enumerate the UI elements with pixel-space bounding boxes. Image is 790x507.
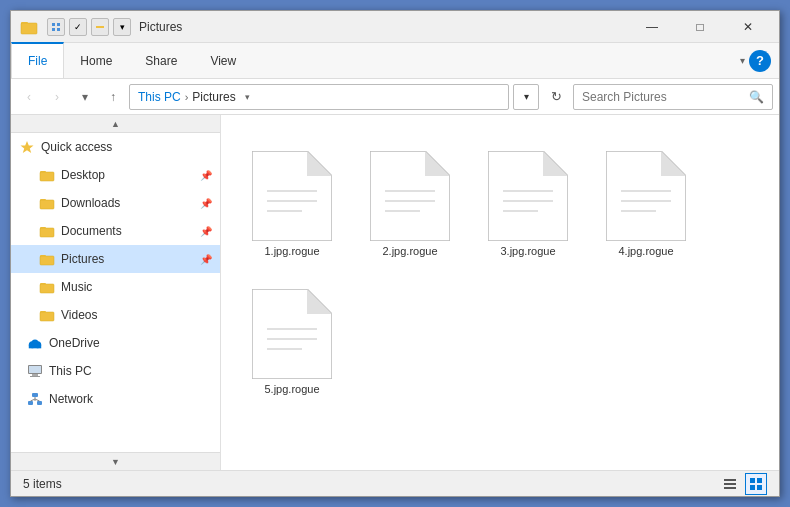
ribbon-right: ▾ ? [740, 43, 779, 78]
svg-rect-25 [40, 311, 46, 314]
svg-rect-68 [724, 487, 736, 489]
desktop-label: Desktop [61, 168, 105, 182]
search-icon[interactable]: 🔍 [749, 90, 764, 104]
file-icon-5 [252, 289, 332, 379]
maximize-button[interactable]: □ [677, 11, 723, 43]
videos-label: Videos [61, 308, 97, 322]
sidebar-item-downloads[interactable]: Downloads 📌 [11, 189, 220, 217]
sidebar-item-thispc[interactable]: This PC [11, 357, 220, 385]
svg-rect-5 [52, 28, 55, 31]
address-path[interactable]: This PC › Pictures ▾ [129, 84, 509, 110]
svg-rect-7 [96, 26, 104, 28]
sidebar-item-onedrive[interactable]: OneDrive [11, 329, 220, 357]
svg-marker-52 [543, 151, 568, 176]
sidebar-item-videos[interactable]: Videos [11, 301, 220, 329]
network-icon [27, 391, 43, 407]
cloud-icon [27, 335, 43, 351]
window-controls: — □ ✕ [629, 11, 771, 43]
forward-button[interactable]: › [45, 85, 69, 109]
svg-rect-16 [40, 227, 46, 230]
back-button[interactable]: ‹ [17, 85, 41, 109]
path-pictures: Pictures [192, 90, 235, 104]
svg-rect-69 [750, 478, 755, 483]
help-button[interactable]: ? [749, 50, 771, 72]
svg-rect-34 [30, 376, 40, 377]
dropdown-arrow[interactable]: ▾ [73, 85, 97, 109]
thispc-label: This PC [49, 364, 92, 378]
documents-pin: 📌 [200, 226, 212, 237]
svg-rect-71 [750, 485, 755, 490]
sidebar-scroll-up[interactable]: ▲ [11, 115, 220, 133]
ribbon-collapse[interactable]: ▾ [740, 55, 745, 66]
tab-view[interactable]: View [194, 43, 253, 78]
file-item-3[interactable]: 3.jpg.rogue [473, 131, 583, 261]
downloads-label: Downloads [61, 196, 120, 210]
svg-rect-35 [32, 393, 38, 397]
search-box[interactable]: 🔍 [573, 84, 773, 110]
window-title: Pictures [139, 20, 629, 34]
file-label-4: 4.jpg.rogue [618, 245, 673, 257]
svg-marker-47 [425, 151, 450, 176]
file-icon-2 [370, 151, 450, 241]
svg-rect-67 [724, 483, 736, 485]
onedrive-label: OneDrive [49, 336, 100, 350]
sidebar-item-documents[interactable]: Documents 📌 [11, 217, 220, 245]
svg-rect-1 [21, 22, 28, 25]
svg-rect-10 [40, 171, 46, 174]
svg-rect-70 [757, 478, 762, 483]
address-dropdown[interactable]: ▾ [513, 84, 539, 110]
qs-dropdown[interactable]: ▾ [113, 18, 131, 36]
path-end-chevron[interactable]: ▾ [240, 89, 256, 105]
desktop-folder-icon [39, 167, 55, 183]
refresh-button[interactable]: ↻ [543, 84, 569, 110]
file-explorer-window: ✓ ▾ Pictures — □ ✕ File Home Share View … [10, 10, 780, 497]
minimize-button[interactable]: — [629, 11, 675, 43]
svg-line-39 [31, 399, 36, 401]
tab-file[interactable]: File [11, 42, 64, 78]
qs-btn-3[interactable] [91, 18, 109, 36]
svg-rect-22 [40, 283, 46, 286]
music-folder-icon [39, 279, 55, 295]
file-label-1: 1.jpg.rogue [264, 245, 319, 257]
videos-folder-icon [39, 307, 55, 323]
file-item-2[interactable]: 2.jpg.rogue [355, 131, 465, 261]
qs-btn-1[interactable] [47, 18, 65, 36]
svg-rect-4 [57, 23, 60, 26]
window-icon [19, 17, 39, 37]
sidebar-item-pictures[interactable]: Pictures 📌 [11, 245, 220, 273]
svg-rect-3 [52, 23, 55, 26]
svg-marker-42 [307, 151, 332, 176]
file-item-4[interactable]: 4.jpg.rogue [591, 131, 701, 261]
ribbon: File Home Share View ▾ ? [11, 43, 779, 79]
file-label-3: 3.jpg.rogue [500, 245, 555, 257]
main-area: ▲ Quick access Desktop 📌 [11, 115, 779, 470]
close-button[interactable]: ✕ [725, 11, 771, 43]
qs-btn-2[interactable]: ✓ [69, 18, 87, 36]
tab-share[interactable]: Share [129, 43, 194, 78]
sidebar-item-desktop[interactable]: Desktop 📌 [11, 161, 220, 189]
sidebar-item-network[interactable]: Network [11, 385, 220, 413]
tab-home[interactable]: Home [64, 43, 129, 78]
documents-label: Documents [61, 224, 122, 238]
pictures-pin: 📌 [200, 254, 212, 265]
file-item-1[interactable]: 1.jpg.rogue [237, 131, 347, 261]
title-bar: ✓ ▾ Pictures — □ ✕ [11, 11, 779, 43]
item-count: 5 items [23, 477, 62, 491]
file-label-5: 5.jpg.rogue [264, 383, 319, 395]
up-button[interactable]: ↑ [101, 85, 125, 109]
svg-rect-37 [37, 401, 42, 405]
documents-folder-icon [39, 223, 55, 239]
list-view-button[interactable] [719, 473, 741, 495]
path-sep-1: › [185, 91, 189, 103]
computer-icon [27, 363, 43, 379]
sidebar-scroll-down[interactable]: ▼ [11, 452, 220, 470]
svg-rect-6 [57, 28, 60, 31]
svg-rect-32 [29, 366, 41, 373]
quick-access-toolbar: ✓ ▾ [47, 18, 131, 36]
file-label-2: 2.jpg.rogue [382, 245, 437, 257]
sidebar-item-music[interactable]: Music [11, 273, 220, 301]
icon-view-button[interactable] [745, 473, 767, 495]
search-input[interactable] [582, 90, 745, 104]
file-item-5[interactable]: 5.jpg.rogue [237, 269, 347, 399]
sidebar-item-quick-access[interactable]: Quick access [11, 133, 220, 161]
